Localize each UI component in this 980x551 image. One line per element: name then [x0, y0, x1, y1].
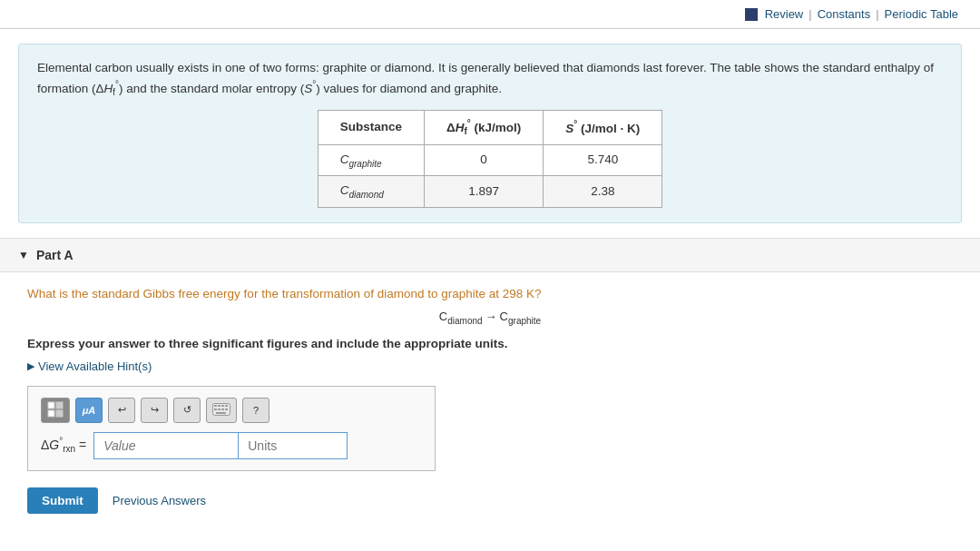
undo-button[interactable]: ↩ [108, 398, 135, 423]
review-link[interactable]: Review [765, 7, 804, 21]
svg-rect-0 [48, 402, 54, 408]
svg-rect-1 [56, 402, 63, 408]
reset-button[interactable]: ↺ [173, 398, 201, 423]
svg-rect-10 [218, 408, 220, 410]
entropy-graphite: 5.740 [544, 144, 662, 176]
info-paragraph: Elemental carbon usually exists in one o… [37, 59, 943, 99]
delta-label: ΔG°rxn = [41, 436, 86, 454]
svg-rect-9 [214, 408, 217, 410]
constants-link[interactable]: Constants [818, 7, 871, 21]
units-input[interactable] [239, 432, 348, 459]
review-icon [745, 8, 758, 21]
table-row: Cgraphite 0 5.740 [318, 144, 662, 176]
part-a-section: ▼ Part A What is the standard Gibbs free… [0, 238, 980, 528]
collapse-arrow[interactable]: ▼ [18, 249, 29, 261]
part-a-body: What is the standard Gibbs free energy f… [0, 272, 980, 528]
keyboard-icon [212, 403, 230, 418]
svg-rect-5 [214, 405, 217, 407]
substance-diamond: Cdiamond [318, 176, 424, 208]
hint-arrow-icon: ▶ [27, 360, 34, 372]
redo-button[interactable]: ↪ [141, 398, 168, 423]
mu-button[interactable]: μA [75, 398, 103, 423]
substance-graphite: Cgraphite [318, 144, 424, 176]
reaction-line: Cdiamond→Cgraphite [27, 310, 953, 326]
mu-icon: μA [83, 405, 96, 416]
help-button[interactable]: ? [242, 398, 270, 423]
top-bar: Review | Constants | Periodic Table [0, 0, 980, 29]
svg-rect-11 [221, 408, 224, 410]
sep2: | [876, 7, 878, 21]
info-box: Elemental carbon usually exists in one o… [18, 44, 962, 223]
input-row: ΔG°rxn = [41, 432, 422, 459]
part-a-header: ▼ Part A [0, 239, 980, 272]
svg-rect-7 [221, 405, 224, 407]
grid-icon [47, 401, 64, 419]
answer-container: μA ↩ ↪ ↺ [27, 386, 436, 471]
part-a-title: Part A [36, 248, 74, 262]
svg-rect-8 [225, 405, 228, 407]
col-enthalpy: ΔHf° (kJ/mol) [424, 111, 543, 144]
grid-button[interactable] [41, 398, 70, 423]
svg-rect-12 [225, 408, 228, 410]
col-entropy: S° (J/mol · K) [544, 111, 662, 144]
enthalpy-diamond: 1.897 [424, 176, 543, 208]
col-substance: Substance [318, 111, 424, 144]
undo-icon: ↩ [118, 404, 126, 416]
submit-row: Submit Previous Answers [27, 487, 953, 514]
sep1: | [808, 7, 811, 21]
table-row: Cdiamond 1.897 2.38 [318, 176, 662, 208]
submit-button[interactable]: Submit [27, 487, 98, 514]
data-table: Substance ΔHf° (kJ/mol) S° (J/mol · K) C… [318, 110, 663, 208]
reset-icon: ↺ [183, 404, 191, 416]
instruction-text: Express your answer to three significant… [27, 337, 953, 350]
entropy-diamond: 2.38 [544, 176, 662, 208]
svg-rect-13 [216, 412, 226, 414]
periodic-table-link[interactable]: Periodic Table [885, 7, 958, 21]
svg-rect-3 [56, 410, 63, 417]
hint-label[interactable]: View Available Hint(s) [38, 359, 152, 373]
svg-rect-2 [48, 410, 54, 417]
hint-link[interactable]: ▶ View Available Hint(s) [27, 359, 953, 373]
toolbar: μA ↩ ↪ ↺ [41, 398, 422, 423]
redo-icon: ↪ [151, 404, 159, 416]
svg-rect-6 [218, 405, 220, 407]
enthalpy-graphite: 0 [424, 144, 543, 176]
question-text: What is the standard Gibbs free energy f… [27, 287, 953, 300]
previous-answers-link[interactable]: Previous Answers [113, 494, 206, 507]
keyboard-button[interactable] [206, 398, 237, 423]
value-input[interactable] [93, 432, 239, 459]
help-icon: ? [253, 405, 259, 416]
